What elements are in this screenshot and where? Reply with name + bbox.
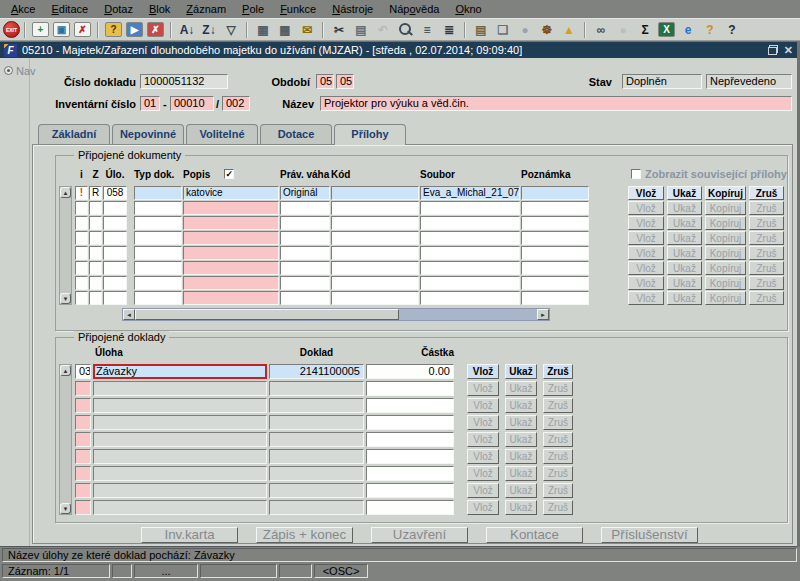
doklad-cell-uloha[interactable]	[93, 466, 267, 481]
vloz-button[interactable]: Vlož	[628, 216, 664, 230]
doc-cell-soubor[interactable]	[420, 291, 520, 305]
tab-nepovinn[interactable]: Nepovinné	[112, 124, 184, 144]
scroll-down-icon[interactable]: ▼	[60, 293, 71, 304]
menu-item-zznam[interactable]: Záznam	[178, 1, 234, 17]
doklad-cell-doklad[interactable]	[269, 381, 364, 396]
doklad-cell-uloha[interactable]	[93, 449, 267, 464]
tab-zkladn[interactable]: Základní	[38, 124, 110, 144]
vloz-button[interactable]: Vlož	[628, 201, 664, 215]
footer-button-kontace[interactable]: Kontace	[486, 527, 583, 543]
scroll-right-icon[interactable]: ►	[537, 309, 549, 320]
doc-cell-z[interactable]	[89, 291, 102, 305]
doc-cell-ulo[interactable]	[103, 276, 127, 290]
ukaz-button[interactable]: Ukaž	[667, 261, 702, 275]
doc-cell-pozn[interactable]	[521, 291, 589, 305]
doc-cell-popis[interactable]	[183, 276, 279, 290]
doc-cell-prav[interactable]	[280, 231, 330, 245]
duplicate-record-icon[interactable]: ▣	[53, 22, 70, 37]
doc-cell-kod[interactable]	[331, 201, 419, 215]
sort-descending-icon[interactable]: Z↓	[199, 21, 219, 39]
kopiruj-button[interactable]: Kopíruj	[705, 216, 746, 230]
doc-cell-kod[interactable]	[331, 261, 419, 275]
doklad-cell-doklad[interactable]	[269, 398, 364, 413]
exit-button[interactable]: EXIT	[3, 21, 20, 38]
doc-cell-i[interactable]	[75, 246, 88, 260]
footer-button-invkarta[interactable]: Inv.karta	[141, 527, 238, 543]
undo-icon[interactable]: ↶	[373, 21, 393, 39]
doklad-cell-doklad[interactable]	[269, 415, 364, 430]
doc-cell-z[interactable]	[89, 261, 102, 275]
vloz-button[interactable]: Vlož	[467, 432, 499, 447]
doc-cell-typ[interactable]	[134, 201, 182, 215]
doklad-cell-doklad[interactable]	[269, 449, 364, 464]
delete-record-icon[interactable]: ✗	[74, 22, 91, 37]
doc-cell-pozn[interactable]	[521, 276, 589, 290]
doc-cell-kod[interactable]	[331, 216, 419, 230]
zrus-button[interactable]: Zruš	[543, 483, 573, 498]
execute-query-icon[interactable]: ▶	[126, 22, 143, 37]
wheel-icon[interactable]: ☸	[537, 21, 557, 39]
doc-cell-z[interactable]	[89, 246, 102, 260]
restore-window-icon[interactable]	[768, 45, 778, 55]
doklad-cell-castka[interactable]: 0.00	[366, 364, 454, 379]
doc-cell-pozn[interactable]	[521, 186, 589, 200]
nazev-field[interactable]: Projektor pro výuku a věd.čin.	[320, 96, 792, 111]
vloz-button[interactable]: Vlož	[467, 500, 499, 515]
doc-cell-soubor[interactable]	[420, 276, 520, 290]
doklad-cell-code[interactable]	[75, 483, 91, 498]
zrus-button[interactable]: Zruš	[749, 201, 784, 215]
doc-cell-prav[interactable]	[280, 201, 330, 215]
nav-radio-icon[interactable]	[4, 66, 13, 75]
mail-icon[interactable]: ✉	[297, 21, 317, 39]
zrus-button[interactable]: Zruš	[749, 216, 784, 230]
doklad-cell-uloha[interactable]	[93, 415, 267, 430]
zrus-button[interactable]: Zruš	[543, 381, 573, 396]
doc-cell-i[interactable]	[75, 216, 88, 230]
clock-icon[interactable]: ●	[613, 21, 633, 39]
doklad-cell-code[interactable]	[75, 381, 91, 396]
doc-cell-pozn[interactable]	[521, 246, 589, 260]
doklad-cell-code[interactable]	[75, 500, 91, 515]
doklad-cell-code[interactable]	[75, 449, 91, 464]
vloz-button[interactable]: Vlož	[467, 449, 499, 464]
doklad-cell-code[interactable]	[75, 432, 91, 447]
doc-cell-prav[interactable]	[280, 246, 330, 260]
doc-cell-z[interactable]	[89, 276, 102, 290]
doklad-cell-doklad[interactable]: 2141100005	[269, 364, 364, 379]
ukaz-button[interactable]: Ukaž	[667, 291, 702, 305]
print-icon[interactable]: ▦	[253, 21, 273, 39]
vloz-button[interactable]: Vlož	[467, 415, 499, 430]
vloz-button[interactable]: Vlož	[628, 276, 664, 290]
zrus-button[interactable]: Zruš	[543, 449, 573, 464]
doc-cell-ulo[interactable]	[103, 201, 127, 215]
vloz-button[interactable]: Vlož	[628, 231, 664, 245]
doklad-cell-uloha[interactable]: Závazky	[93, 364, 267, 379]
obdobi-field-1[interactable]: 05	[316, 74, 334, 89]
doc-cell-i[interactable]	[75, 201, 88, 215]
zrus-button[interactable]: Zruš	[749, 276, 784, 290]
zrus-button[interactable]: Zruš	[749, 186, 784, 200]
ukaz-button[interactable]: Ukaž	[505, 381, 537, 396]
tab-plohy[interactable]: Přílohy	[334, 124, 406, 145]
doc-cell-typ[interactable]	[134, 231, 182, 245]
doc-cell-soubor[interactable]	[420, 216, 520, 230]
zrus-button[interactable]: Zruš	[749, 246, 784, 260]
doc-cell-typ[interactable]	[134, 216, 182, 230]
doklad-cell-code[interactable]	[75, 415, 91, 430]
doklad-cell-uloha[interactable]	[93, 483, 267, 498]
tab-voliteln[interactable]: Volitelné	[186, 124, 258, 144]
kopiruj-button[interactable]: Kopíruj	[705, 201, 746, 215]
doc-cell-i[interactable]	[75, 291, 88, 305]
ukaz-button[interactable]: Ukaž	[505, 432, 537, 447]
vloz-button[interactable]: Vlož	[628, 186, 664, 200]
tab-dotace[interactable]: Dotace	[260, 124, 332, 144]
doc-cell-i[interactable]	[75, 276, 88, 290]
menu-item-dotaz[interactable]: Dotaz	[96, 1, 141, 17]
doklad-cell-castka[interactable]	[366, 415, 454, 430]
menu-item-akce[interactable]: Akce	[3, 1, 43, 17]
menu-item-funkce[interactable]: Funkce	[272, 1, 324, 17]
menu-item-editace[interactable]: Editace	[43, 1, 96, 17]
doklad-cell-castka[interactable]	[366, 483, 454, 498]
ukaz-button[interactable]: Ukaž	[505, 398, 537, 413]
doklad-cell-castka[interactable]	[366, 398, 454, 413]
